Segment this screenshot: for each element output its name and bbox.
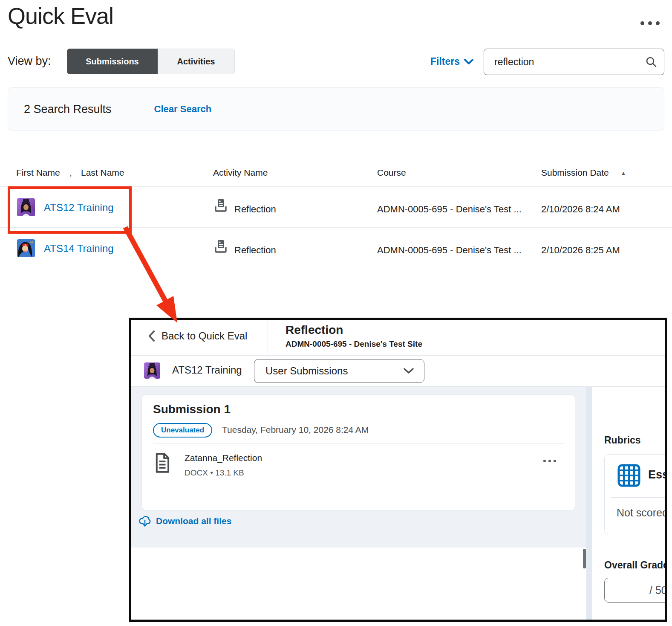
page-title: Quick Eval — [8, 3, 113, 29]
search-input[interactable] — [484, 56, 645, 68]
zatanna-avatar-image — [144, 362, 160, 379]
filters-label: Filters — [430, 56, 460, 67]
tab-submissions[interactable]: Submissions — [67, 49, 158, 74]
col-activity-name[interactable]: Activity Name — [213, 168, 268, 178]
overflow-menu-icon[interactable] — [640, 21, 660, 25]
submission-title: Submission 1 — [153, 403, 231, 416]
assignment-submission-icon — [214, 199, 227, 215]
submissions-pane: Submission 1 Unevaluated Tuesday, Februa… — [131, 387, 586, 620]
assignment-submission-icon — [214, 240, 227, 256]
grade-denominator: / 50 — [649, 584, 667, 597]
file-options-icon[interactable] — [543, 460, 556, 462]
learner-name-link[interactable]: ATS14 Training — [44, 243, 114, 255]
view-by-label: View by: — [8, 55, 51, 68]
chevron-down-icon — [404, 368, 414, 374]
sort-ascending-icon[interactable]: ▲ — [620, 170, 626, 177]
rubric-name: Essay — [648, 468, 667, 481]
activity-name: Reflection — [234, 245, 276, 256]
download-label: Download all files — [156, 516, 231, 526]
search-icon[interactable] — [645, 56, 657, 68]
submission-date: Tuesday, February 10, 2026 8:24 AM — [222, 425, 369, 435]
avatar — [144, 362, 160, 379]
view-by-toggle: Submissions Activities — [67, 49, 235, 74]
rubric-status: Not scored — [617, 507, 667, 519]
table-row: ATS12 Training Reflection ADMN-0005-695 … — [0, 186, 672, 228]
rubric-card-divider — [611, 497, 667, 498]
chevron-down-icon — [464, 59, 473, 65]
filters-button[interactable]: Filters — [430, 56, 473, 67]
download-all-files-link[interactable]: Download all files — [138, 515, 231, 527]
learner-name-link[interactable]: ATS12 Training — [44, 202, 114, 214]
submission-date: 2/10/2026 8:24 AM — [541, 204, 620, 215]
back-label: Back to Quick Eval — [162, 330, 247, 342]
evaluation-header: Back to Quick Eval Reflection ADMN-0005-… — [131, 320, 665, 356]
rubric-card[interactable]: Essay Not scored — [604, 454, 667, 534]
wonder-woman-avatar-image — [17, 239, 35, 257]
table-row: ATS14 Training Reflection ADMN-0005-695 … — [0, 227, 672, 269]
course-name: ADMN-0005-695 - Denise's Test ... — [377, 245, 522, 256]
col-course[interactable]: Course — [377, 168, 406, 178]
view-selector-value: User Submissions — [265, 365, 404, 377]
chevron-left-icon — [148, 330, 155, 342]
course-name: ADMN-0005-695 - Denise's Test ... — [377, 204, 522, 215]
zatanna-avatar-image — [17, 198, 35, 216]
evaluation-content: Submission 1 Unevaluated Tuesday, Februa… — [131, 387, 665, 620]
overall-grade-heading: Overall Grade — [604, 559, 667, 571]
results-count: 2 Search Results — [24, 103, 112, 116]
document-icon — [154, 453, 171, 475]
tab-activities[interactable]: Activities — [158, 49, 235, 74]
back-to-quick-eval-link[interactable]: Back to Quick Eval — [148, 330, 247, 342]
name-separator: , — [69, 168, 72, 178]
rubric-grid-icon — [617, 464, 640, 489]
submission-date: 2/10/2026 8:25 AM — [541, 245, 620, 256]
cloud-download-icon — [138, 515, 152, 527]
clear-search-link[interactable]: Clear Search — [154, 104, 212, 115]
course-subtitle: ADMN-0005-695 - Denise's Test Site — [286, 339, 422, 349]
evaluation-window: Back to Quick Eval Reflection ADMN-0005-… — [129, 318, 667, 622]
rubrics-heading: Rubrics — [604, 435, 641, 446]
scrollbar-thumb[interactable] — [583, 549, 586, 568]
activity-name: Reflection — [234, 204, 276, 215]
pane-resize-divider[interactable] — [586, 387, 592, 620]
view-selector-dropdown[interactable]: User Submissions — [254, 359, 424, 383]
col-first-name[interactable]: First Name — [16, 168, 60, 178]
file-link[interactable]: Zatanna_Reflection — [185, 453, 262, 463]
quick-eval-page: Quick Eval View by: Submissions Activiti… — [0, 0, 672, 626]
evaluation-panel: Rubrics Essay Not scored Overall Grade /… — [592, 387, 667, 620]
status-badge: Unevaluated — [153, 423, 212, 438]
col-last-name[interactable]: Last Name — [81, 168, 124, 178]
search-box — [484, 49, 664, 75]
avatar — [17, 198, 35, 216]
learner-name: ATS12 Training — [172, 364, 242, 376]
col-submission-date[interactable]: Submission Date — [541, 168, 609, 178]
file-meta: DOCX • 13.1 KB — [185, 468, 244, 478]
search-results-bar: 2 Search Results Clear Search — [8, 87, 664, 131]
header-divider — [268, 320, 268, 355]
card-divider — [153, 443, 565, 444]
activity-title: Reflection — [286, 323, 343, 337]
learner-bar: ATS12 Training User Submissions — [131, 356, 665, 387]
submission-card: Submission 1 Unevaluated Tuesday, Februa… — [141, 394, 575, 510]
avatar — [17, 239, 35, 257]
overall-grade-input[interactable]: / 50 — [604, 578, 667, 603]
